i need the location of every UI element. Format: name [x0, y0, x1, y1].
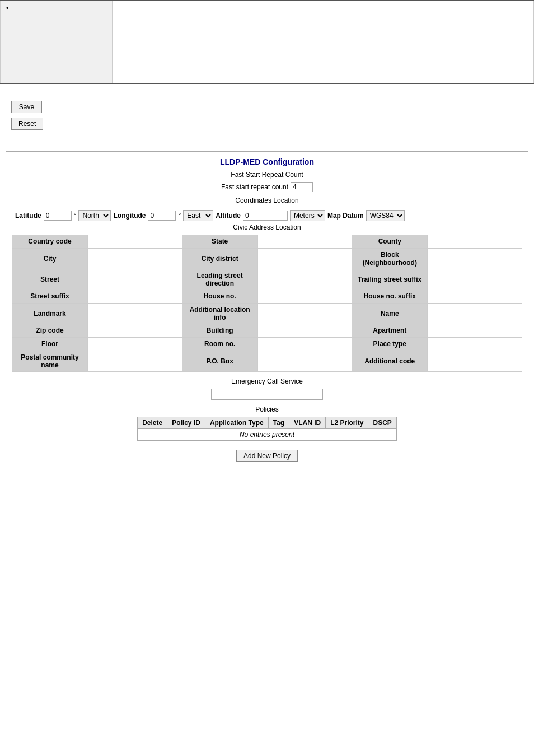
- fast-start-subtitle: Fast Start Repeat Count: [12, 171, 522, 179]
- civic-value-county: [428, 235, 522, 248]
- civic-value-block: [428, 248, 522, 269]
- civic-label-street: Street: [12, 269, 88, 290]
- country-code-input[interactable]: [92, 237, 177, 246]
- street-suffix-input[interactable]: [92, 292, 177, 301]
- civic-label-place-type: Place type: [352, 337, 428, 351]
- civic-label-zip: Zip code: [12, 324, 88, 337]
- policies-col-policy-id: Policy ID: [167, 417, 205, 428]
- fast-start-label: Fast start repeat count: [221, 183, 288, 191]
- policies-col-dscp: DSCP: [368, 417, 396, 428]
- zip-input[interactable]: [92, 326, 177, 335]
- civic-value-additional-location: [257, 303, 352, 324]
- civic-label-state: State: [182, 235, 257, 248]
- leading-street-input[interactable]: [263, 275, 348, 283]
- map-datum-select[interactable]: WGS84 NAD83 MLLW: [366, 210, 405, 221]
- policies-col-l2-priority: L2 Priority: [326, 417, 368, 428]
- civic-label-city: City: [12, 248, 88, 269]
- top-right-cell-empty: [113, 16, 534, 83]
- save-button[interactable]: Save: [11, 101, 42, 113]
- civic-label-county: County: [352, 235, 428, 248]
- postal-community-input[interactable]: [92, 357, 177, 365]
- apartment-input[interactable]: [432, 326, 517, 335]
- lldp-title: LLDP-MED Configuration: [12, 157, 522, 166]
- civic-label-room-no: Room no.: [182, 337, 257, 351]
- civic-value-landmark: [87, 303, 182, 324]
- latitude-input[interactable]: [44, 211, 72, 221]
- degree-symbol-lon: °: [178, 212, 181, 220]
- name-input[interactable]: [432, 309, 517, 318]
- civic-label-apartment: Apartment: [352, 324, 428, 337]
- reset-button[interactable]: Reset: [11, 118, 43, 130]
- civic-label-street-suffix: Street suffix: [12, 290, 88, 303]
- additional-location-input[interactable]: [263, 309, 348, 318]
- civic-value-house-no-suffix: [428, 290, 522, 303]
- civic-value-name: [428, 303, 522, 324]
- civic-label-floor: Floor: [12, 337, 88, 351]
- policies-no-entries-row: No entries present: [138, 428, 397, 440]
- bullet-item: [6, 4, 11, 12]
- civic-label-house-no: House no.: [182, 290, 257, 303]
- coords-subtitle: Coordinates Location: [12, 197, 522, 204]
- house-no-suffix-input[interactable]: [432, 292, 517, 301]
- civic-address-table: Country code State County City City dist…: [12, 235, 522, 372]
- county-input[interactable]: [432, 237, 517, 246]
- civic-label-additional-location: Additional location info: [182, 303, 257, 324]
- trailing-street-input[interactable]: [432, 275, 517, 283]
- longitude-input[interactable]: [148, 211, 176, 221]
- civic-value-house-no: [257, 290, 352, 303]
- no-entries-text: No entries present: [138, 428, 397, 440]
- civic-value-street-suffix: [87, 290, 182, 303]
- civic-label-building: Building: [182, 324, 257, 337]
- civic-label-postal-community: Postal community name: [12, 351, 88, 371]
- lldp-med-section: LLDP-MED Configuration Fast Start Repeat…: [6, 151, 528, 468]
- room-no-input[interactable]: [263, 340, 348, 348]
- street-input[interactable]: [92, 275, 177, 283]
- degree-symbol-lat: °: [74, 212, 77, 220]
- landmark-input[interactable]: [92, 309, 177, 318]
- emergency-call-section: Emergency Call Service: [12, 377, 522, 400]
- emergency-title: Emergency Call Service: [12, 377, 522, 385]
- civic-label-po-box: P.O. Box: [182, 351, 257, 371]
- policies-col-delete: Delete: [138, 417, 167, 428]
- po-box-input[interactable]: [263, 357, 348, 365]
- policies-section: Policies Delete Policy ID Application Ty…: [12, 405, 522, 462]
- top-left-cell: [1, 1, 113, 16]
- map-datum-label: Map Datum: [327, 212, 364, 220]
- city-district-input[interactable]: [263, 254, 348, 263]
- city-input[interactable]: [92, 254, 177, 263]
- altitude-input[interactable]: [243, 211, 288, 221]
- policies-title: Policies: [12, 405, 522, 413]
- civic-value-city-district: [257, 248, 352, 269]
- civic-value-floor: [87, 337, 182, 351]
- policies-col-vlan-id: VLAN ID: [289, 417, 326, 428]
- emergency-call-input[interactable]: [211, 389, 323, 400]
- additional-code-input[interactable]: [432, 357, 517, 365]
- civic-value-postal-community: [87, 351, 182, 371]
- add-new-policy-button[interactable]: Add New Policy: [236, 450, 298, 462]
- east-west-select[interactable]: East West: [183, 210, 213, 221]
- north-south-select[interactable]: North South: [78, 210, 111, 221]
- latitude-label: Latitude: [15, 212, 41, 220]
- top-right-cell: [113, 1, 534, 16]
- house-no-input[interactable]: [263, 292, 348, 301]
- civic-value-leading-street: [257, 269, 352, 290]
- fast-start-input[interactable]: [291, 182, 313, 192]
- civic-value-building: [257, 324, 352, 337]
- top-section-table: [0, 0, 534, 84]
- fast-start-row: Fast start repeat count: [12, 182, 522, 192]
- state-input[interactable]: [263, 237, 348, 246]
- civic-label-country-code: Country code: [12, 235, 88, 248]
- block-input[interactable]: [432, 254, 517, 263]
- civic-value-additional-code: [428, 351, 522, 371]
- civic-label-landmark: Landmark: [12, 303, 88, 324]
- policies-col-app-type: Application Type: [205, 417, 268, 428]
- altitude-label: Altitude: [216, 212, 241, 220]
- policies-col-tag: Tag: [268, 417, 289, 428]
- civic-value-street: [87, 269, 182, 290]
- top-left-cell-empty: [1, 16, 113, 83]
- building-input[interactable]: [263, 326, 348, 335]
- longitude-label: Longitude: [113, 212, 146, 220]
- floor-input[interactable]: [92, 340, 177, 348]
- altitude-unit-select[interactable]: Meters Floors: [290, 210, 325, 221]
- place-type-input[interactable]: [432, 340, 517, 348]
